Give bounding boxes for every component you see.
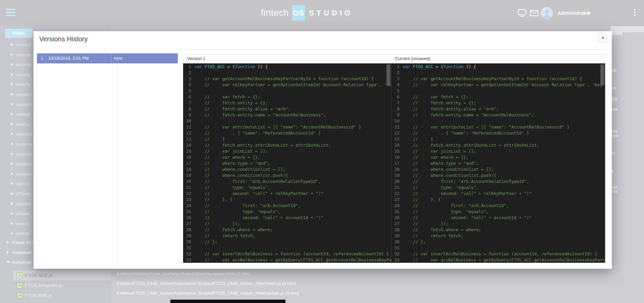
code-line: 17 // where.type = "and"; (183, 160, 391, 166)
line-number: 4 (183, 82, 195, 88)
tree-item-label: security (16, 62, 31, 67)
line-number: 24 (183, 203, 195, 209)
line-number: 10 (391, 118, 403, 124)
line-number: 14 (183, 142, 195, 148)
sidebar-file-ftos.acc.js[interactable]: JSFTOS.ACC.js (13, 270, 111, 281)
chevron-right-icon (7, 241, 9, 244)
code-line: 22 // second: "val(" + relKeyPartner + "… (183, 191, 391, 197)
version-list-row[interactable]: 1 10/16/2019, 2:01 PM host (37, 53, 178, 63)
sidebar-file-ftos.arrayutils.js[interactable]: JSFTOS.ArrayUtils.js (13, 281, 111, 291)
chevron-right-icon (7, 251, 9, 254)
code-text (403, 70, 406, 76)
line-number: 1 (391, 64, 403, 70)
hamburger-menu-icon[interactable] (6, 9, 15, 17)
code-line: 13 // ] (183, 136, 391, 142)
line-number: 30 (391, 239, 403, 245)
line-number: 21 (183, 185, 195, 191)
logo-studio: STUDIO (309, 9, 353, 17)
code-line: 3 // var getAccountRelBusinessKeyPartner… (183, 76, 391, 82)
background-label-fragment: ets (611, 189, 618, 194)
code-text: // var accRelBusiness = getByQuery(FTOS_… (403, 257, 605, 263)
monitor-icon[interactable] (518, 9, 526, 17)
diff-right-pane-title: Current (unsaved) (391, 54, 605, 63)
chevron-right-icon (11, 162, 13, 165)
code-line: 19 // where.conditionlist.push({ (183, 172, 391, 179)
code-line: 25 // type: "equals", (183, 209, 391, 215)
search-result-row[interactable]: Entities/FTOS_CMB_Action/Automation Scri… (111, 288, 644, 298)
line-number: 12 (391, 130, 403, 136)
code-text: // where.conditionlist = []; (403, 166, 494, 172)
tree-item-label: sequenc (16, 92, 32, 97)
search-result-row[interactable]: Entities/FTOS_CMB_Action/Automation Scri… (111, 279, 644, 288)
versions-history-modal: Versions History ✕ 1 10/16/2019, 2:01 PM… (34, 31, 612, 269)
code-line: 25 // type: "equals", (391, 209, 605, 215)
chevron-right-icon (11, 73, 13, 76)
code-line: 20 // first: "arb.AccountRelationTypeId"… (391, 179, 605, 185)
chevron-down-icon (7, 261, 10, 263)
scrollbar-thumb[interactable] (600, 64, 604, 85)
tree-section-label: Automati (12, 260, 32, 265)
code-text: // second: "val(" + relKeyPartner + ")" (403, 191, 532, 197)
line-number: 23 (391, 197, 403, 203)
line-number: 12 (183, 130, 195, 136)
line-number: 20 (183, 179, 195, 185)
code-text: // second: "val(" + accountId + ")" (195, 215, 323, 221)
code-text: // first: "arb.AccountRelationTypeId", (195, 179, 321, 185)
diff-code-area: 1var FTOS_ACC = (function () {2 3 // var… (183, 63, 605, 263)
code-text: // type: "equals", (195, 209, 280, 215)
sidebar-file-ftos.bre.js[interactable]: JSFTOS.BRE.js (13, 291, 111, 301)
mail-icon[interactable] (530, 10, 538, 16)
code-line: 26 // second: "val(" + accountId + ")" (183, 215, 391, 221)
line-number: 11 (391, 124, 403, 130)
bottom-scrollbar[interactable] (170, 300, 285, 303)
background-label-fragment: ate (611, 107, 618, 112)
code-text: // var joinList = []; (403, 148, 476, 154)
code-text: // fetch.entity.alias = "arb"; (195, 106, 290, 112)
code-line: 27 // }); (183, 221, 391, 227)
app-logo: fintech OS STUDIO (261, 5, 353, 21)
chevron-right-icon (11, 63, 13, 66)
diff-left-pane-title: Version 1 (183, 54, 391, 63)
avatar[interactable] (541, 7, 553, 19)
chevron-right-icon (11, 232, 13, 235)
background-label-fragment: DRM) (611, 31, 623, 36)
code-line: 11 // var attributeList = [{ "name": "Ac… (391, 124, 605, 130)
code-text: // fetch.where = where; (195, 227, 273, 233)
code-text: // }); (403, 221, 448, 227)
line-number: 9 (183, 112, 195, 118)
code-text: // where.conditionlist.push({ (195, 172, 288, 179)
code-text: // second: "val(" + relKeyPartner + ")" (195, 191, 323, 197)
search-result-row[interactable]: Entities/Address/User Journeys/default/B… (111, 269, 644, 279)
code-text: // type: "equals", (403, 209, 489, 215)
line-number: 8 (183, 106, 195, 112)
code-text: // fetch.entity.name = "AccountRelBusine… (195, 112, 326, 118)
line-number: 27 (183, 221, 195, 227)
chevron-right-icon (11, 83, 13, 86)
js-file-icon: JS (17, 273, 23, 278)
code-text: // var getAccountRelBusinessKeyPartnerBy… (195, 76, 374, 82)
background-label-fragment: ult (611, 68, 616, 73)
code-line: 1var FTOS_ACC = (function () { (391, 64, 605, 70)
filters-button[interactable]: Filters (5, 29, 33, 38)
code-text: // where.conditionlist = []; (195, 166, 285, 172)
user-menu-label[interactable]: Administrator (557, 0, 590, 26)
line-number: 28 (183, 227, 195, 233)
code-text: // type: "equals", (195, 185, 270, 191)
tree-item-label: security (16, 72, 31, 77)
chevron-down-icon (587, 12, 590, 14)
code-text: // where.type = "and"; (195, 160, 270, 166)
logo-os-badge: OS (292, 5, 305, 21)
code-text: // where.type = "and"; (403, 160, 479, 166)
code-line: 6 // var fetch = {}; (391, 94, 605, 100)
line-number: 4 (391, 82, 403, 88)
tree-item-label: schedul (16, 42, 31, 47)
file-label: FTOS.ArrayUtils.js (25, 283, 62, 288)
chevron-right-icon (11, 43, 13, 46)
scrollbar-thumb[interactable] (386, 64, 390, 85)
kebab-menu-icon[interactable] (634, 9, 635, 17)
code-text: // var fetch = {}; (195, 94, 260, 100)
code-text: var FTOS_ACC = (function () { (403, 64, 476, 70)
close-icon[interactable]: ✕ (599, 34, 607, 42)
line-number: 3 (391, 76, 403, 82)
chevron-right-icon (11, 133, 13, 135)
